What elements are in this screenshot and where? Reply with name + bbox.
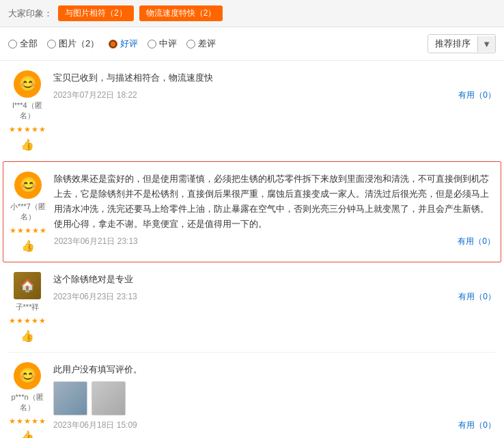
review-item: 😊l***4（匿名）★★★★★👍宝贝已收到，与描述相符合，物流速度快2023年0… [8,61,496,161]
thumb-images [53,381,496,415]
avatar: 😊 [14,172,42,199]
sort-label: 推荐排序 [428,35,477,53]
filter-medium-label: 中评 [159,38,177,50]
star-icon: ★ [25,226,31,235]
top-bar: 大家印象： 与图片相符（2） 物流速度特快（2） [0,0,504,27]
username: p***n（匿名） [8,392,46,413]
star-icon: ★ [16,417,23,426]
review-content: 此用户没有填写评价。2023年06月18日 15:09有用（0） [53,362,496,438]
star-icon: ★ [40,226,46,235]
star-icon: ★ [9,125,16,134]
review-meta: 2023年06月18日 15:09有用（0） [53,420,496,431]
filter-photo-radio[interactable] [47,40,56,49]
star-icon: ★ [16,316,23,325]
review-content: 除锈效果还是蛮好的，但是使用需谨慎，必须把生锈的机芯零件拆下来放到里面浸泡和清洗… [54,172,495,252]
filter-bar: 全部 图片（2） 好评 中评 差评 推荐排序 ▼ [0,27,504,61]
filter-medium[interactable]: 中评 [148,38,177,50]
sort-dropdown[interactable]: 推荐排序 ▼ [428,34,496,53]
filter-good-label: 好评 [120,38,138,50]
avatar-col: 😊p***n（匿名）★★★★★👍 [8,362,46,438]
rating-stars: ★★★★★ [10,226,46,235]
review-content: 这个除锈绝对是专业2023年06月23日 23:13有用（0） [53,272,496,342]
review-text: 这个除锈绝对是专业 [53,272,496,287]
star-icon: ★ [31,316,38,325]
star-icon: ★ [17,226,24,235]
filter-all[interactable]: 全部 [8,38,38,50]
star-icon: ★ [31,417,38,426]
avatar: 😊 [14,70,41,98]
review-item: 🏠子***祥★★★★★👍这个除锈绝对是专业2023年06月23日 23:13有用… [8,262,496,353]
filter-options: 全部 图片（2） 好评 中评 差评 [8,38,216,50]
tag-btn-logistics[interactable]: 物流速度特快（2） [139,5,223,21]
filter-photo[interactable]: 图片（2） [47,38,99,50]
rating-stars: ★★★★★ [9,125,46,134]
star-icon: ★ [24,417,31,426]
star-icon: ★ [16,125,23,134]
review-helpful[interactable]: 有用（0） [458,291,496,303]
thumb-img[interactable] [92,381,126,415]
avatar-col: 🏠子***祥★★★★★👍 [8,272,46,342]
review-content: 宝贝已收到，与描述相符合，物流速度快2023年07月22日 18:22有用（0） [53,70,496,151]
review-date: 2023年07月22日 18:22 [53,90,137,101]
review-item: 😊p***n（匿名）★★★★★👍此用户没有填写评价。2023年06月18日 15… [8,353,496,438]
thumb-icon: 👍 [20,329,34,342]
star-icon: ★ [24,316,31,325]
star-icon: ★ [9,316,16,325]
rating-stars: ★★★★★ [9,417,46,426]
filter-medium-radio[interactable] [148,40,156,49]
top-bar-label: 大家印象： [8,8,53,20]
review-helpful[interactable]: 有用（0） [458,90,496,101]
thumb-icon: 👍 [20,430,34,438]
avatar-col: 😊小***7（匿名）★★★★★👍 [9,172,47,252]
review-text: 此用户没有填写评价。 [53,362,496,377]
filter-photo-label: 图片（2） [59,38,99,50]
star-icon: ★ [39,125,46,134]
star-icon: ★ [10,226,16,235]
review-date: 2023年06月21日 23:13 [54,236,138,247]
thumb-icon: 👍 [20,138,34,151]
username: 小***7（匿名） [9,202,47,222]
review-text: 宝贝已收到，与描述相符合，物流速度快 [53,70,496,85]
thumb-img[interactable] [53,381,87,415]
filter-good[interactable]: 好评 [109,38,138,50]
review-date: 2023年06月23日 23:13 [53,291,137,303]
filter-bad[interactable]: 差评 [186,38,216,50]
star-icon: ★ [24,125,31,134]
filter-good-radio[interactable] [109,40,117,49]
review-meta: 2023年07月22日 18:22有用（0） [53,90,496,101]
star-icon: ★ [39,417,46,426]
username: 子***祥 [16,302,40,312]
filter-bad-label: 差评 [198,38,216,50]
avatar-col: 😊l***4（匿名）★★★★★👍 [8,70,46,151]
filter-bad-radio[interactable] [186,40,195,49]
star-icon: ★ [31,125,38,134]
rating-stars: ★★★★★ [9,316,46,325]
thumb-icon: 👍 [21,239,35,252]
review-meta: 2023年06月23日 23:13有用（0） [53,291,496,303]
review-date: 2023年06月18日 15:09 [53,420,137,431]
reviews-list: 😊l***4（匿名）★★★★★👍宝贝已收到，与描述相符合，物流速度快2023年0… [0,61,504,438]
review-meta: 2023年06月21日 23:13有用（0） [54,236,495,247]
sort-arrow-icon[interactable]: ▼ [477,36,495,52]
avatar: 😊 [14,362,41,389]
star-icon: ★ [32,226,39,235]
star-icon: ★ [9,417,16,426]
avatar: 🏠 [14,272,41,299]
review-item: 😊小***7（匿名）★★★★★👍除锈效果还是蛮好的，但是使用需谨慎，必须把生锈的… [3,161,501,262]
username: l***4（匿名） [8,100,46,121]
tag-btn-photo[interactable]: 与图片相符（2） [58,5,134,21]
review-text: 除锈效果还是蛮好的，但是使用需谨慎，必须把生锈的机芯零件拆下来放到里面浸泡和清洗… [54,172,495,232]
filter-all-label: 全部 [20,38,38,50]
star-icon: ★ [39,316,46,325]
review-helpful[interactable]: 有用（0） [458,236,495,247]
review-helpful[interactable]: 有用（0） [458,420,496,431]
filter-all-radio[interactable] [8,40,17,49]
